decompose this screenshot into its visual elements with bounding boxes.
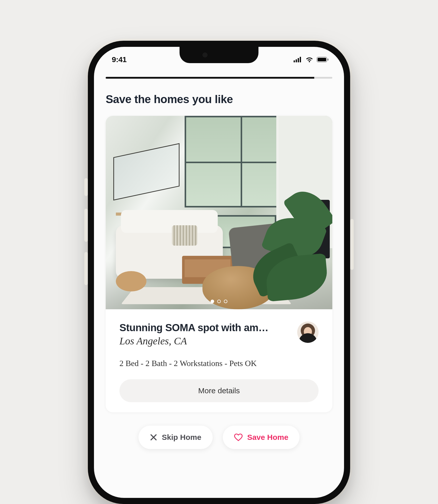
svg-rect-5 — [318, 58, 326, 61]
phone-screen: 9:41 Save the homes you like — [94, 47, 344, 498]
carousel-dot[interactable] — [211, 300, 214, 303]
close-icon — [150, 433, 157, 441]
side-button — [84, 252, 88, 285]
svg-rect-0 — [294, 60, 295, 62]
phone-device-frame: 9:41 Save the homes you like — [88, 41, 350, 504]
svg-rect-3 — [300, 57, 301, 62]
onboarding-progress-fill — [106, 77, 314, 79]
side-button — [350, 219, 354, 270]
listing-card[interactable]: Stunning SOMA spot with am… Los Angeles,… — [106, 116, 332, 412]
more-details-button[interactable]: More details — [119, 379, 319, 402]
carousel-dots[interactable] — [211, 300, 227, 303]
carousel-dot[interactable] — [217, 300, 221, 303]
side-button — [84, 209, 88, 242]
svg-rect-1 — [296, 59, 297, 62]
svg-rect-6 — [327, 59, 328, 61]
save-home-button[interactable]: Save Home — [223, 426, 300, 449]
wifi-icon — [305, 57, 313, 62]
page-title: Save the homes you like — [106, 93, 332, 106]
cellular-icon — [294, 57, 302, 62]
side-button — [84, 178, 88, 196]
status-time: 9:41 — [112, 55, 127, 64]
onboarding-progress — [106, 77, 332, 79]
svg-rect-2 — [298, 58, 299, 62]
listing-title: Stunning SOMA spot with am… — [119, 322, 319, 333]
carousel-dot[interactable] — [224, 300, 227, 303]
skip-home-label: Skip Home — [162, 433, 201, 442]
skip-home-button[interactable]: Skip Home — [139, 426, 213, 449]
status-icons — [294, 57, 329, 62]
save-home-label: Save Home — [247, 433, 289, 442]
action-row: Skip Home Save Home — [94, 426, 344, 449]
host-avatar[interactable] — [297, 321, 319, 343]
heart-icon — [234, 433, 243, 441]
listing-location: Los Angeles, CA — [119, 335, 319, 347]
listing-meta: 2 Bed - 2 Bath - 2 Workstations - Pets O… — [119, 359, 319, 368]
phone-notch — [180, 47, 258, 63]
listing-photo[interactable] — [106, 116, 332, 309]
listing-body: Stunning SOMA spot with am… Los Angeles,… — [106, 309, 332, 412]
battery-icon — [317, 57, 329, 62]
